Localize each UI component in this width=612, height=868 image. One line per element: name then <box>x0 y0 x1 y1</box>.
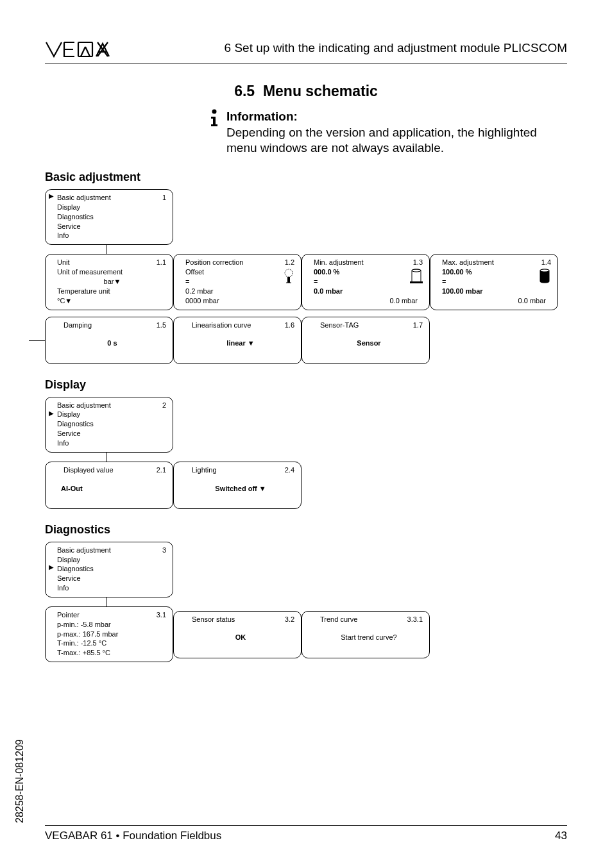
menu-item[interactable]: Display <box>57 203 167 212</box>
tank-full-icon <box>538 269 551 284</box>
menu-item[interactable]: Info <box>57 438 167 448</box>
vega-logo <box>45 38 122 60</box>
menu-main-display[interactable]: 2 Basic adjustment ▶ Display Diagnostics… <box>45 397 173 453</box>
display-row-1: 2.1 Displayed value AI-Out 2.4 Lighting … <box>45 462 567 509</box>
display-heading: Display <box>45 378 567 392</box>
pointer-icon: ▶ <box>49 410 54 417</box>
sensor-icon <box>283 269 294 284</box>
info-text: Information: Depending on the version an… <box>226 109 554 156</box>
menu-item[interactable]: Service <box>57 222 167 231</box>
info-block: Information: Depending on the version an… <box>208 109 554 156</box>
section-title: Menu schematic <box>263 83 378 99</box>
box-number: 3.3.1 <box>407 615 423 624</box>
menu-item[interactable]: Basic adjustment <box>57 193 167 203</box>
box-value: 0.0 mbar <box>314 287 424 296</box>
damping-box[interactable]: 1.5 Damping 0 s <box>45 317 173 364</box>
basic-adjustment-heading: Basic adjustment <box>45 171 567 184</box>
box-number: 3.1 <box>157 610 166 620</box>
box-number: 2.1 <box>157 465 166 475</box>
svg-rect-0 <box>78 42 92 56</box>
box-line: 0.0 mbar <box>442 296 552 306</box>
chapter-title: 6 Set up with the indicating and adjustm… <box>122 41 567 58</box>
diagnostics-heading: Diagnostics <box>45 523 567 537</box>
box-number: 1 <box>162 193 166 203</box>
box-line: Unit of measurement <box>57 267 167 277</box>
box-line: 0.0 mbar <box>314 296 424 306</box>
menu-item[interactable]: Service <box>57 574 167 583</box>
box-line: = <box>314 277 424 287</box>
tank-open-icon <box>410 269 423 284</box>
box-line: Offset <box>185 267 296 277</box>
box-value[interactable]: linear ▼ <box>185 338 296 348</box>
unit-box[interactable]: 1.1 Unit Unit of measurement bar▼ Temper… <box>45 254 173 310</box>
box-title: Sensor-TAG <box>314 321 424 330</box>
page-header: 6 Set up with the indicating and adjustm… <box>45 38 567 60</box>
section-number: 6.5 <box>234 83 255 99</box>
trend-curve-box[interactable]: 3.3.1 Trend curve Start trend curve? <box>302 611 430 658</box>
box-value[interactable]: °C▼ <box>57 296 167 306</box>
box-number: 1.2 <box>285 258 294 267</box>
pointer-icon: ▶ <box>49 193 54 199</box>
document-code: 28258-EN-081209 <box>14 739 26 823</box>
box-line: = <box>442 277 552 287</box>
linearisation-box[interactable]: 1.6 Linearisation curve linear ▼ <box>173 317 302 364</box>
box-value: 000.0 % <box>314 267 424 277</box>
box-line: = <box>185 277 296 287</box>
box-title: Displayed value <box>57 465 167 475</box>
menu-item[interactable]: Diagnostics <box>57 212 167 222</box>
box-value[interactable]: Switched off ▼ <box>185 484 296 494</box>
box-value[interactable]: bar▼ <box>57 277 167 287</box>
svg-point-6 <box>540 269 549 272</box>
menu-item[interactable]: Diagnostics <box>57 564 167 574</box>
display-main-row: 2 Basic adjustment ▶ Display Diagnostics… <box>45 397 567 453</box>
info-body: Depending on the version and application… <box>226 126 537 155</box>
max-adjustment-box[interactable]: 1.4 Max. adjustment 100.00 % = 100.00 mb… <box>430 254 558 310</box>
sensor-status-box[interactable]: 3.2 Sensor status OK <box>173 611 302 658</box>
svg-point-2 <box>285 269 293 277</box>
menu-item[interactable]: Basic adjustment <box>57 401 167 410</box>
menu-item[interactable]: Display <box>57 410 167 419</box>
box-number: 1.6 <box>285 321 294 330</box>
info-heading: Information: <box>226 109 554 125</box>
position-correction-box[interactable]: 1.2 Position correction Offset = 0.2 mba… <box>173 254 302 310</box>
menu-item[interactable]: Display <box>57 555 167 565</box>
menu-main-basic[interactable]: 1 ▶ Basic adjustment Display Diagnostics… <box>45 189 173 245</box>
box-title: Damping <box>57 321 167 330</box>
box-number: 2 <box>162 401 166 410</box>
sensor-tag-box[interactable]: 1.7 Sensor-TAG Sensor <box>302 317 430 364</box>
box-title: Position correction <box>185 258 296 267</box>
min-adjustment-box[interactable]: 1.3 Min. adjustment 000.0 % = 0.0 mbar 0… <box>302 254 430 310</box>
header-rule <box>45 63 567 63</box>
menu-item[interactable]: Basic adjustment <box>57 546 167 555</box>
footer-left: VEGABAR 61 • Foundation Fieldbus <box>45 830 221 842</box>
box-value: OK <box>185 633 296 642</box>
box-title: Min. adjustment <box>314 258 424 267</box>
menu-item[interactable]: Diagnostics <box>57 419 167 429</box>
basic-row-1: 1.1 Unit Unit of measurement bar▼ Temper… <box>45 254 567 310</box>
pointer-box[interactable]: 3.1 Pointer p-min.: -5.8 mbar p-max.: 16… <box>45 606 173 662</box>
box-number: 3 <box>162 546 166 555</box>
box-line: p-max.: 167.5 mbar <box>57 630 167 639</box>
lighting-box[interactable]: 2.4 Lighting Switched off ▼ <box>173 462 302 509</box>
box-value[interactable]: Start trend curve? <box>314 633 424 642</box>
menu-main-diagnostics[interactable]: 3 Basic adjustment Display ▶ Diagnostics… <box>45 542 173 597</box>
box-value: 100.00 mbar <box>442 287 552 296</box>
box-line: Temperature unit <box>57 287 167 296</box>
svg-rect-3 <box>287 277 290 283</box>
info-icon <box>208 109 220 156</box>
box-number: 1.1 <box>157 258 166 267</box>
menu-item[interactable]: Service <box>57 429 167 438</box>
box-number: 2.4 <box>285 465 294 475</box>
diag-row-1: 3.1 Pointer p-min.: -5.8 mbar p-max.: 16… <box>45 606 567 662</box>
box-title: Max. adjustment <box>442 258 552 267</box>
box-number: 1.5 <box>157 321 166 330</box>
box-value: Sensor <box>314 338 424 348</box>
menu-item[interactable]: Info <box>57 583 167 593</box>
connector <box>29 340 45 341</box>
box-number: 1.7 <box>413 321 423 330</box>
displayed-value-box[interactable]: 2.1 Displayed value AI-Out <box>45 462 173 509</box>
section-heading: 6.5 Menu schematic <box>45 83 567 100</box>
box-number: 3.2 <box>285 615 294 624</box>
basic-row-2: 1.5 Damping 0 s 1.6 Linearisation curve … <box>45 317 567 364</box>
menu-item[interactable]: Info <box>57 231 167 240</box>
